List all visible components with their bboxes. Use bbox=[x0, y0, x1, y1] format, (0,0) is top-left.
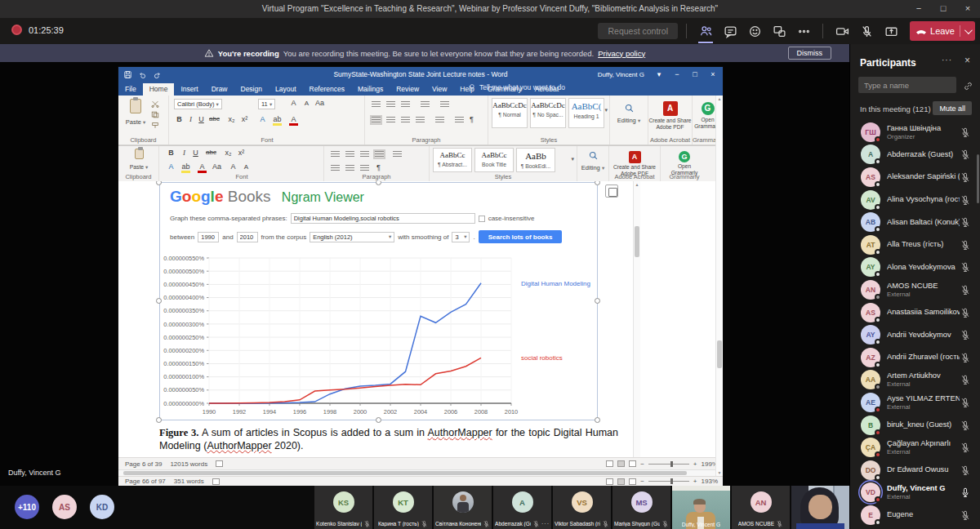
underline-icon[interactable]: U bbox=[197, 115, 206, 123]
justify-icon[interactable] bbox=[375, 151, 384, 158]
decrease-indent-icon[interactable] bbox=[421, 101, 430, 108]
camera-icon[interactable] bbox=[831, 21, 853, 41]
panel-close-icon[interactable]: × bbox=[964, 55, 970, 66]
search-input[interactable] bbox=[858, 77, 956, 93]
zoom-in-icon[interactable]: + bbox=[693, 478, 697, 485]
format-painter-icon[interactable] bbox=[151, 122, 159, 129]
multilevel-list-icon[interactable] bbox=[401, 101, 410, 108]
participant-tile[interactable]: Світлана Кононенко bbox=[434, 486, 492, 529]
mic-icon[interactable] bbox=[960, 216, 971, 228]
selection-handle[interactable] bbox=[595, 417, 600, 423]
page-indicator[interactable]: Page 66 of 97 bbox=[125, 478, 166, 485]
superscript-icon[interactable]: x² bbox=[240, 115, 249, 123]
mic-icon[interactable] bbox=[960, 465, 971, 476]
numbered-list-icon[interactable] bbox=[386, 101, 395, 108]
grammarly-icon[interactable]: G bbox=[702, 102, 715, 115]
participant-row[interactable]: AZ Andrii Zhuravel (гость) bbox=[850, 346, 980, 369]
word-tab[interactable]: Review bbox=[390, 83, 425, 96]
mic-icon[interactable] bbox=[960, 149, 971, 160]
bold-icon[interactable]: B bbox=[175, 115, 184, 123]
participant-row[interactable]: VD Duffy, Vincent G External bbox=[850, 482, 980, 505]
shrink-font-icon[interactable]: A bbox=[242, 163, 251, 171]
change-case-icon[interactable]: Aa bbox=[315, 99, 324, 107]
mic-icon[interactable] bbox=[960, 307, 971, 318]
mic-icon[interactable] bbox=[960, 329, 971, 340]
participant-tile[interactable]: MS Mariya Shygun (Guest) bbox=[612, 486, 670, 529]
participant-row[interactable]: ГШ Ганна Швіндіна Organizer bbox=[850, 121, 980, 144]
highlight-icon[interactable]: ab bbox=[273, 115, 282, 126]
zoom-slider[interactable] bbox=[648, 481, 689, 482]
share-screen-icon[interactable] bbox=[880, 21, 902, 41]
styles-more-icon[interactable]: ▾ bbox=[571, 156, 574, 162]
avatar[interactable]: +110 bbox=[15, 495, 39, 519]
year-from-input[interactable] bbox=[198, 232, 219, 242]
participant-row[interactable]: AV Alina Vysochyna (гость) bbox=[850, 189, 980, 211]
ribbon-options-icon[interactable]: ▾ bbox=[651, 67, 667, 82]
dismiss-button[interactable]: Dismiss bbox=[788, 47, 832, 60]
paste-button[interactable]: Paste ▾ bbox=[127, 148, 151, 171]
participant-tile[interactable]: VS Viktor Sabadash (гість) bbox=[553, 486, 611, 529]
strikethrough-icon[interactable]: abc bbox=[209, 115, 220, 122]
text-effects-icon[interactable]: A bbox=[258, 115, 267, 123]
font-size-select[interactable]: 11 ▾ bbox=[258, 99, 275, 109]
participant-row[interactable]: E Eugene bbox=[850, 504, 980, 527]
align-center-icon[interactable] bbox=[345, 151, 354, 158]
mic-icon[interactable] bbox=[960, 397, 971, 408]
case-insensitive-checkbox[interactable] bbox=[479, 216, 485, 222]
search-books-button[interactable]: Search lots of books bbox=[479, 230, 563, 243]
word-count[interactable]: 351 words bbox=[174, 478, 204, 485]
participant-tile[interactable]: A Abderrazak (Gu... ··· bbox=[493, 486, 551, 529]
styles-more-icon[interactable]: ▾ bbox=[604, 107, 608, 113]
selection-handle[interactable] bbox=[156, 417, 162, 423]
adobe-pdf-icon[interactable]: A bbox=[663, 101, 678, 116]
cut-icon[interactable] bbox=[151, 100, 159, 108]
copy-link-icon[interactable] bbox=[963, 80, 973, 95]
scrollbar-thumb[interactable] bbox=[717, 340, 722, 368]
read-mode-icon[interactable] bbox=[606, 478, 613, 485]
more-options-icon[interactable] bbox=[793, 21, 814, 41]
save-icon[interactable] bbox=[123, 70, 132, 79]
word-tab[interactable]: Layout bbox=[269, 83, 303, 96]
align-left-icon[interactable] bbox=[372, 117, 381, 123]
participant-row[interactable]: B biruk_kneu (Guest) bbox=[850, 414, 980, 437]
web-layout-icon[interactable] bbox=[629, 460, 636, 467]
maximize-icon[interactable]: □ bbox=[931, 0, 956, 18]
mic-icon[interactable] bbox=[960, 374, 971, 385]
reactions-icon[interactable] bbox=[744, 21, 765, 41]
scrollbar-thumb[interactable] bbox=[635, 226, 639, 257]
zoom-slider[interactable] bbox=[648, 464, 689, 465]
mic-icon[interactable] bbox=[960, 239, 971, 251]
scroll-up-icon[interactable]: ▲ bbox=[634, 182, 640, 187]
strikethrough-icon[interactable]: abc bbox=[206, 149, 216, 156]
font-color-icon[interactable]: A bbox=[289, 115, 298, 126]
style-chip[interactable]: AaBbCcDc¶ Normal bbox=[492, 98, 528, 128]
participant-tile[interactable]: AN AMOS NCUBE bbox=[732, 486, 790, 529]
style-chip[interactable]: AaBbCcDc¶ No Spac... bbox=[530, 98, 566, 128]
participant-row[interactable]: AN AMOS NCUBE External bbox=[850, 278, 980, 301]
editing-button[interactable]: Editing ▾ bbox=[577, 164, 608, 171]
zoom-out-icon[interactable]: − bbox=[640, 478, 644, 485]
paste-button[interactable]: Paste ▾ bbox=[123, 99, 148, 126]
chevron-down-icon[interactable] bbox=[964, 26, 973, 34]
shading-icon[interactable] bbox=[455, 117, 464, 123]
scrollbar-thumb[interactable] bbox=[123, 471, 687, 475]
copy-icon[interactable] bbox=[151, 111, 159, 118]
mic-off-icon[interactable] bbox=[856, 21, 877, 41]
more-icon[interactable]: ··· bbox=[541, 521, 550, 527]
participant-row[interactable]: AS Anastasiia Samoilikova bbox=[850, 301, 980, 324]
create-pdf-button[interactable]: Create and ShareAdobe PDF bbox=[648, 118, 692, 131]
underline-icon[interactable]: U bbox=[191, 149, 200, 157]
bullet-list-icon[interactable] bbox=[372, 101, 381, 108]
shrink-font-icon[interactable]: A bbox=[302, 100, 311, 107]
word-tab[interactable]: Insert bbox=[174, 83, 204, 96]
font-name-select[interactable]: Calibri (Body) ▾ bbox=[174, 99, 222, 109]
selection-handle[interactable] bbox=[595, 181, 600, 185]
word-tab[interactable]: References bbox=[303, 83, 351, 96]
tell-me-box[interactable]: Tell me what you want to do bbox=[460, 83, 572, 94]
web-layout-icon[interactable] bbox=[629, 478, 636, 485]
word-tab[interactable]: Mailings bbox=[351, 83, 390, 96]
pilcrow-icon[interactable]: ¶ bbox=[376, 163, 381, 171]
style-chip[interactable]: AaBbCcBook Title bbox=[474, 148, 514, 172]
grammarly-icon[interactable]: G bbox=[679, 151, 690, 162]
print-layout-icon[interactable] bbox=[617, 478, 625, 485]
